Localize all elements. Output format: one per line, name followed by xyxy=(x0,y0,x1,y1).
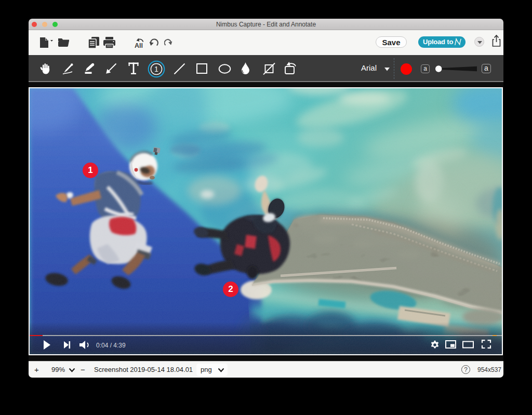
svg-text:All: All xyxy=(135,42,143,49)
svg-text:1: 1 xyxy=(154,65,158,73)
